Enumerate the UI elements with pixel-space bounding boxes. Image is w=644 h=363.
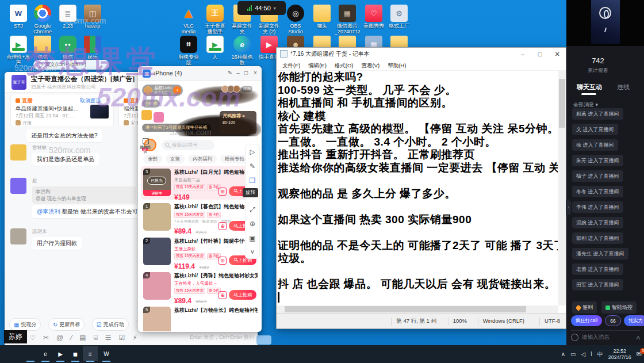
pin-icon[interactable]: ✎ xyxy=(226,70,234,76)
menu-item[interactable]: 编辑(E) xyxy=(305,60,330,70)
desktop-icon[interactable]: ▦ 微信图片_20240713... xyxy=(335,5,360,35)
viewer-entry-list[interactable]: 相蕙 进入了直播间 文 进入了直播间 徐 进入了直播间 朱芳 进入了直播间 柚子… xyxy=(566,108,644,296)
minimize-button[interactable]: – xyxy=(514,48,531,60)
gift-icon[interactable] xyxy=(141,110,152,120)
desktop-icon[interactable]: 娱乐 xyxy=(80,36,105,60)
product-row[interactable]: 1 荔枝Lizhi/【暮色沉】纯色短袖衬衫女 预售 15天内发货 春 4色 xyxy=(141,201,259,234)
input-icon[interactable]: ⁄ xyxy=(71,334,72,342)
size-recommend-card[interactable]: 尺码推荐 > 80-100 xyxy=(220,111,256,134)
close-button[interactable]: × xyxy=(251,70,259,76)
sign-in-button[interactable]: 签到 xyxy=(572,301,597,314)
volume-icon[interactable]: ◁ xyxy=(581,351,585,357)
desktop-icon[interactable]: ⌗ 剪映专业版 xyxy=(176,36,201,66)
tab-connect[interactable]: 连线 xyxy=(617,83,630,91)
maximize-button[interactable]: □ xyxy=(531,48,549,60)
avatar[interactable] xyxy=(10,228,26,244)
product-tab[interactable]: 内衣福利 xyxy=(188,155,217,163)
timer-overlay[interactable]: 44:50 ▾ xyxy=(237,1,286,15)
input-icon[interactable]: @ xyxy=(56,334,63,342)
close-icon[interactable]: × xyxy=(255,86,258,92)
unpin-link[interactable]: 取消置顶 xyxy=(80,97,101,105)
fullscreen-icon[interactable]: ⤢ xyxy=(250,205,255,213)
input-icon[interactable]: ⌸ xyxy=(94,334,98,342)
desktop-icon[interactable]: ≣ 2.23 xyxy=(55,5,80,29)
product-search-input[interactable]: 搜商品/序号 xyxy=(162,140,214,150)
desktop-icon[interactable]: e 16种颜色数 xyxy=(229,36,255,66)
notepad-text-area[interactable]: 你能打的起来吗?100-599 这一类型。 几乎 不会 少。相机直播间 和 手机… xyxy=(278,71,558,305)
input-icon[interactable]: ☑ xyxy=(119,334,125,342)
tray-expand-icon[interactable]: ∧ xyxy=(561,351,565,357)
avatar[interactable] xyxy=(10,144,26,161)
quick-66-button[interactable]: 66 xyxy=(605,315,620,326)
taskbar-app-button[interactable]: ≡ xyxy=(83,346,98,361)
toolbar-pill-button[interactable]: ▦ 悦现分 xyxy=(9,318,41,331)
menu-item[interactable]: 格式(O) xyxy=(331,60,357,70)
input-icon[interactable]: ✂ xyxy=(43,334,49,342)
desktop-icon[interactable]: 猫头 xyxy=(309,5,335,29)
desktop-icon[interactable]: ▶ 合理性+发声 xyxy=(6,36,31,66)
toolbar-pill-button[interactable]: ☑ 完成行动 xyxy=(92,318,129,331)
zoom-icon[interactable]: ⊕ xyxy=(250,220,255,228)
product-row[interactable]: 3 已抢光 讲解中 荔枝Lizhi/【白月光】纯色短袖衬衫女 来自荔枝二店 预售… xyxy=(141,166,259,200)
toolbar-pill-button[interactable]: ↻ 更新目标 xyxy=(48,318,85,331)
cast-icon[interactable]: ▣ xyxy=(249,234,255,242)
vertical-scrollbar[interactable] xyxy=(558,71,566,305)
network-icon[interactable]: ▭ xyxy=(570,351,576,357)
close-button[interactable]: ✕ xyxy=(549,48,566,60)
menu-item[interactable]: 文件(F) xyxy=(279,60,304,70)
product-row[interactable]: 2 荔枝Lizhi/【竹叶裤】阔腿牛仔长裤女 主播上身款 预售 15天内发货 春… xyxy=(141,235,259,269)
viewer-avatar[interactable] xyxy=(233,85,240,93)
guide-icon[interactable]: ❐ xyxy=(250,177,256,185)
minimize-button[interactable]: – xyxy=(234,70,242,76)
cart-icon[interactable]: ⊕ xyxy=(218,291,227,299)
menu-item[interactable]: 查看(V) xyxy=(358,60,384,70)
chevron-down-icon[interactable]: ▾ xyxy=(274,6,276,11)
phone-window-titlebar[interactable]: ▣ iPhone (4) ✎ – □ × xyxy=(138,66,262,81)
desktop-icon[interactable]: ◎ OBS Studio xyxy=(283,5,308,35)
product-tab[interactable]: 女装 xyxy=(166,155,185,163)
camera-preview-window[interactable] xyxy=(591,0,620,44)
horizontal-scrollbar[interactable] xyxy=(277,305,558,313)
buy-button[interactable]: 马上抢购 xyxy=(229,290,256,300)
follow-button[interactable]: + xyxy=(173,86,181,94)
cart-icon[interactable]: ⊕ xyxy=(218,222,227,230)
streamer-badge[interactable]: 荔枝Lizhi点击关注 + xyxy=(142,85,183,96)
quick-call-button[interactable]: 疯狂打call xyxy=(571,315,602,326)
smart-control-button[interactable]: 智能场控 xyxy=(601,301,637,314)
font-size-icon[interactable]: A xyxy=(637,334,640,341)
notification-icon[interactable]: ✉3 xyxy=(637,350,642,358)
desktop-icon[interactable]: ▶ 人 xyxy=(202,36,228,60)
rotate-tooltip[interactable]: 旋转 xyxy=(243,188,258,197)
desktop-icon[interactable]: 包包 xyxy=(30,36,55,60)
maximize-button[interactable]: □ xyxy=(242,70,250,76)
desktop-icon[interactable]: ◫ haozip xyxy=(80,5,105,29)
quick-3-button[interactable]: 凭实力 xyxy=(624,315,644,326)
desktop-icon[interactable]: Google Chrome xyxy=(30,5,55,35)
product-row[interactable]: 5 荔枝Lizhi/【万物生长】纯色短袖衬衫女宽… xyxy=(141,304,259,331)
pinned-live-card[interactable]: 直播 取消置顶 × 单品搭建直播间+快速起… 7月12日 周五 21:04 - … xyxy=(10,94,114,127)
cart-icon[interactable]: ⊕ xyxy=(218,257,227,265)
desktop-icon[interactable]: ●● 微信 xyxy=(55,36,80,60)
group-avatar[interactable]: 宝子哥 xyxy=(12,75,26,90)
input-icon[interactable]: ⚡ xyxy=(132,334,137,342)
input-icon[interactable]: ▤ xyxy=(79,334,86,342)
product-tab[interactable]: 全部 xyxy=(143,155,162,163)
send-button[interactable] xyxy=(256,335,271,345)
cart-icon[interactable]: ⊕ xyxy=(218,188,227,196)
taskbar-app-button[interactable]: e xyxy=(38,346,53,361)
emoji-icon[interactable] xyxy=(571,334,578,341)
desktop-icon[interactable]: ⚙ 格式工厂 xyxy=(386,5,412,29)
desktop-icon[interactable]: ▲ VLC media player xyxy=(176,5,201,35)
shop-header-link[interactable]: 达人推荐 xyxy=(139,138,152,155)
message-input[interactable]: 请输入消息 A xyxy=(571,330,640,344)
microphone-icon[interactable]: ǀ xyxy=(591,351,592,357)
tab-chat-interaction[interactable]: 聊天互动 xyxy=(577,83,602,91)
record-icon[interactable]: ▷ xyxy=(250,148,255,156)
ime-toolbar[interactable]: 英文(Ctrl+Shift+F) xyxy=(33,60,109,70)
avatar[interactable] xyxy=(10,178,26,194)
ime-indicator[interactable]: 中 xyxy=(597,350,603,358)
sidebar-collapse-handle[interactable]: › xyxy=(566,200,571,215)
product-row[interactable]: 4 荔枝Lizhi/【秀珠】纯色短袖衬衫女宽松显… 正在热卖，人气爆款 ~ 预售… xyxy=(141,270,259,303)
taskbar-app-button[interactable]: ▶ xyxy=(53,346,68,361)
hourly-rank-badge[interactable]: 小时榜 xyxy=(142,100,160,108)
